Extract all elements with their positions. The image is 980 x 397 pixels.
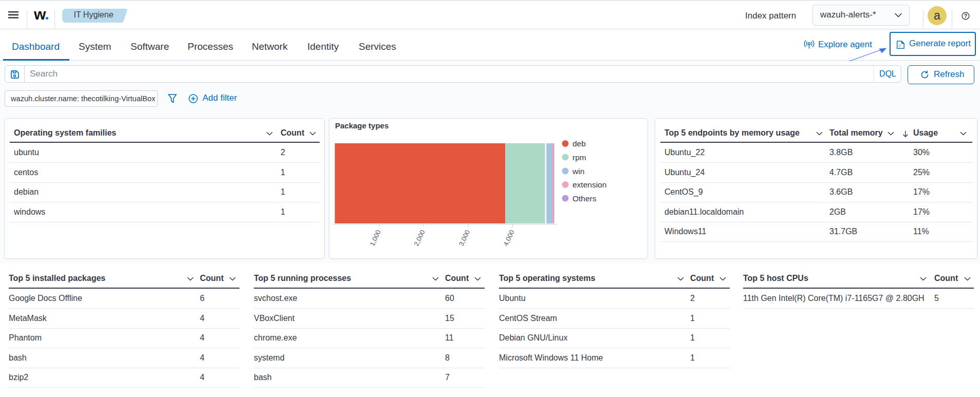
svg-text:3,000: 3,000 [457,229,471,247]
svg-text:win: win [572,167,584,176]
svg-text:rpm: rpm [572,153,586,162]
svg-text:IT Hygiene: IT Hygiene [73,10,113,19]
svg-text:2,000: 2,000 [412,229,426,247]
svg-text:?: ? [964,13,967,19]
svg-text:1,000: 1,000 [368,229,382,247]
svg-text:Others: Others [572,194,597,203]
svg-text:deb: deb [572,139,586,148]
svg-text:4,000: 4,000 [502,229,515,247]
svg-text:extension: extension [572,180,606,189]
